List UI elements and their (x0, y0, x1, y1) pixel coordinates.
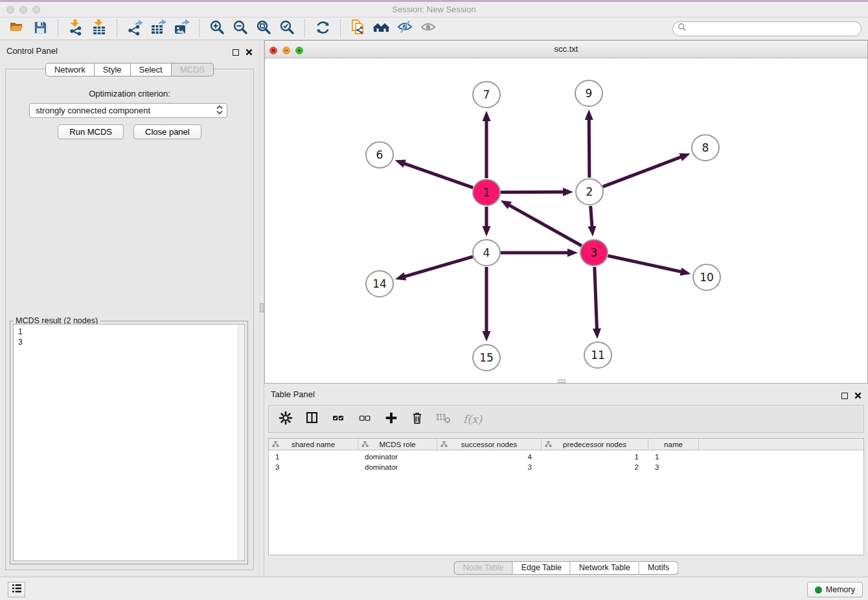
table-row[interactable]: 3 dominator 3 2 3 (269, 462, 863, 472)
search-field[interactable] (672, 21, 862, 36)
delete-column-button[interactable] (411, 411, 424, 428)
split-view-button[interactable] (305, 411, 319, 427)
zoom-selected-icon (279, 19, 295, 38)
network-window-titlebar[interactable]: scc.txt (265, 41, 867, 58)
tab-select[interactable]: Select (131, 63, 172, 76)
graph-node-3[interactable]: 3 (580, 240, 608, 266)
export-network-button[interactable] (125, 19, 144, 38)
column-header-name[interactable]: name (648, 439, 699, 450)
tab-edge-table[interactable]: Edge Table (513, 561, 571, 575)
graph-node-15[interactable]: 15 (473, 345, 500, 371)
zoom-selected-button[interactable] (277, 19, 297, 38)
graph-node-2[interactable]: 2 (576, 179, 603, 205)
tab-network-table[interactable]: Network Table (571, 561, 639, 575)
add-column-button[interactable] (384, 411, 398, 428)
import-table-button[interactable] (89, 19, 109, 38)
network-view-window: scc.txt 7968124314101511 (264, 40, 868, 384)
table-panel: Table Panel f(x) shared name MCDS role s… (264, 384, 868, 577)
table-row[interactable]: 1 dominator 4 1 1 (269, 452, 863, 462)
zoom-in-icon (209, 19, 225, 38)
close-panel-button[interactable]: Close panel (133, 124, 201, 139)
network-close-button[interactable] (269, 45, 277, 57)
select-all-icon (331, 415, 345, 426)
graph-node-7[interactable]: 7 (473, 82, 500, 108)
tab-motifs[interactable]: Motifs (639, 561, 678, 575)
hide-details-button[interactable] (395, 19, 415, 38)
graph-node-10[interactable]: 10 (693, 264, 720, 290)
graph-edge-1-2[interactable] (501, 192, 565, 192)
zoom-window-button[interactable] (32, 6, 40, 14)
memory-button[interactable]: Memory (807, 582, 863, 597)
show-details-button[interactable] (418, 19, 438, 38)
graph-node-4[interactable]: 4 (473, 240, 500, 266)
tab-node-table[interactable]: Node Table (454, 561, 513, 575)
network-minimize-button[interactable] (282, 45, 290, 57)
graph-edge-1-6[interactable] (403, 163, 473, 188)
control-panel-header: Control Panel (0, 40, 259, 62)
zoom-in-button[interactable] (207, 19, 227, 38)
export-table-button[interactable] (148, 19, 168, 38)
tab-network[interactable]: Network (45, 63, 95, 76)
export-image-button[interactable] (172, 19, 191, 38)
delete-table-icon (436, 415, 451, 426)
zoom-out-button[interactable] (231, 19, 250, 38)
float-panel-icon[interactable] (233, 49, 239, 56)
zoom-out-icon (232, 19, 249, 38)
svg-text:6: 6 (376, 148, 383, 161)
graph-node-6[interactable]: 6 (366, 142, 393, 168)
new-network-from-selection-button[interactable] (348, 19, 368, 38)
float-panel-icon[interactable] (841, 393, 848, 399)
tab-mcds[interactable]: MCDS (172, 63, 214, 76)
column-header-predecessor-nodes[interactable]: predecessor nodes (542, 439, 648, 450)
graph-edge-arrow (395, 159, 406, 167)
import-network-button[interactable] (66, 19, 86, 38)
app-title: Session: New Session (0, 2, 868, 17)
network-graph[interactable]: 7968124314101511 (265, 58, 868, 384)
minimize-window-button[interactable] (19, 6, 27, 14)
svg-text:8: 8 (702, 141, 709, 154)
graph-edge-4-14[interactable] (403, 257, 472, 277)
run-mcds-button[interactable]: Run MCDS (58, 124, 124, 139)
graph-node-1[interactable]: 1 (473, 179, 500, 205)
task-history-button[interactable] (8, 582, 25, 597)
close-panel-icon[interactable] (246, 47, 253, 58)
node-table-body: 1 dominator 4 1 1 3 dominator 3 2 3 (269, 450, 863, 472)
network-maximize-button[interactable] (295, 45, 303, 57)
close-panel-icon[interactable] (854, 390, 862, 402)
optimization-criterion-select[interactable]: strongly connected component (29, 103, 227, 118)
graph-node-11[interactable]: 11 (584, 342, 611, 368)
search-input[interactable] (689, 23, 861, 34)
graph-node-14[interactable]: 14 (366, 271, 393, 297)
result-scrollbar[interactable] (238, 325, 244, 560)
deselect-all-button[interactable] (358, 411, 372, 427)
zoom-fit-button[interactable] (254, 19, 273, 38)
split-pane-divider[interactable] (259, 40, 264, 577)
graph-edge-3-10[interactable] (608, 256, 682, 272)
mcds-result-textarea[interactable]: 1 3 (13, 324, 245, 561)
graph-edge-2-9[interactable] (589, 118, 589, 178)
graph-node-9[interactable]: 9 (575, 80, 602, 106)
close-window-button[interactable] (6, 6, 14, 14)
column-header-shared-name[interactable]: shared name (269, 439, 358, 450)
graph-edge-2-8[interactable] (603, 156, 683, 187)
network-canvas[interactable]: 7968124314101511 (265, 58, 867, 383)
select-all-button[interactable] (331, 411, 345, 427)
first-neighbors-button[interactable] (372, 19, 391, 38)
graph-edge-2-3[interactable] (591, 206, 593, 228)
divider-grip[interactable] (260, 303, 264, 312)
graph-node-8[interactable]: 8 (692, 135, 719, 161)
open-session-button[interactable] (7, 19, 27, 38)
table-settings-button[interactable] (279, 411, 293, 428)
graph-edge-3-11[interactable] (595, 267, 597, 330)
refresh-layout-button[interactable] (313, 19, 332, 38)
table-panel-tabs: Node Table Edge Table Network Table Moti… (454, 561, 679, 575)
column-header-mcds-role[interactable]: MCDS role (358, 439, 437, 450)
function-builder-button[interactable]: f(x) (463, 413, 482, 426)
column-header-successor-nodes[interactable]: successor nodes (437, 439, 542, 450)
graph-edge-3-1[interactable] (508, 205, 582, 246)
delete-table-button[interactable] (436, 412, 451, 426)
save-session-button[interactable] (30, 19, 50, 38)
memory-status-icon (815, 586, 822, 594)
tab-style[interactable]: Style (95, 63, 131, 76)
network-bottom-grip[interactable] (558, 379, 565, 383)
